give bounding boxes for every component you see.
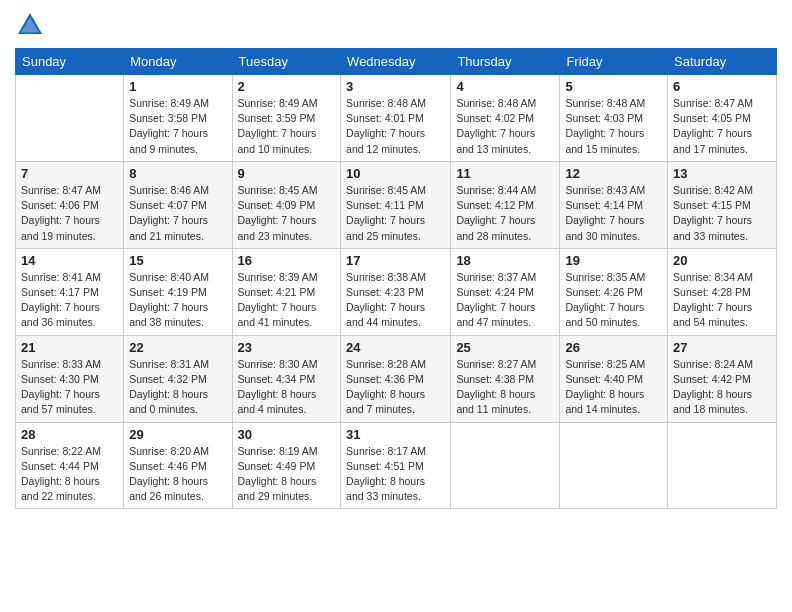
day-info: Sunrise: 8:40 AMSunset: 4:19 PMDaylight:… xyxy=(129,270,226,331)
day-info: Sunrise: 8:30 AMSunset: 4:34 PMDaylight:… xyxy=(238,357,336,418)
day-info: Sunrise: 8:27 AMSunset: 4:38 PMDaylight:… xyxy=(456,357,554,418)
day-number: 3 xyxy=(346,79,445,94)
day-number: 11 xyxy=(456,166,554,181)
day-number: 6 xyxy=(673,79,771,94)
calendar-cell: 15Sunrise: 8:40 AMSunset: 4:19 PMDayligh… xyxy=(124,248,232,335)
day-info: Sunrise: 8:46 AMSunset: 4:07 PMDaylight:… xyxy=(129,183,226,244)
col-header-wednesday: Wednesday xyxy=(341,49,451,75)
calendar-cell: 28Sunrise: 8:22 AMSunset: 4:44 PMDayligh… xyxy=(16,422,124,509)
calendar-cell: 25Sunrise: 8:27 AMSunset: 4:38 PMDayligh… xyxy=(451,335,560,422)
logo-icon xyxy=(15,10,45,40)
calendar-cell: 2Sunrise: 8:49 AMSunset: 3:59 PMDaylight… xyxy=(232,75,341,162)
day-number: 2 xyxy=(238,79,336,94)
day-number: 18 xyxy=(456,253,554,268)
logo xyxy=(15,10,49,40)
calendar-cell: 19Sunrise: 8:35 AMSunset: 4:26 PMDayligh… xyxy=(560,248,668,335)
calendar-cell xyxy=(560,422,668,509)
day-info: Sunrise: 8:45 AMSunset: 4:11 PMDaylight:… xyxy=(346,183,445,244)
day-number: 7 xyxy=(21,166,118,181)
calendar-cell: 9Sunrise: 8:45 AMSunset: 4:09 PMDaylight… xyxy=(232,161,341,248)
day-info: Sunrise: 8:38 AMSunset: 4:23 PMDaylight:… xyxy=(346,270,445,331)
day-number: 22 xyxy=(129,340,226,355)
day-number: 9 xyxy=(238,166,336,181)
day-info: Sunrise: 8:19 AMSunset: 4:49 PMDaylight:… xyxy=(238,444,336,505)
calendar-week-row: 21Sunrise: 8:33 AMSunset: 4:30 PMDayligh… xyxy=(16,335,777,422)
day-number: 13 xyxy=(673,166,771,181)
calendar-cell: 30Sunrise: 8:19 AMSunset: 4:49 PMDayligh… xyxy=(232,422,341,509)
calendar-cell: 5Sunrise: 8:48 AMSunset: 4:03 PMDaylight… xyxy=(560,75,668,162)
page: SundayMondayTuesdayWednesdayThursdayFrid… xyxy=(0,0,792,612)
day-info: Sunrise: 8:49 AMSunset: 3:59 PMDaylight:… xyxy=(238,96,336,157)
calendar-week-row: 1Sunrise: 8:49 AMSunset: 3:58 PMDaylight… xyxy=(16,75,777,162)
day-number: 25 xyxy=(456,340,554,355)
calendar-cell: 14Sunrise: 8:41 AMSunset: 4:17 PMDayligh… xyxy=(16,248,124,335)
calendar-cell: 22Sunrise: 8:31 AMSunset: 4:32 PMDayligh… xyxy=(124,335,232,422)
calendar-cell: 24Sunrise: 8:28 AMSunset: 4:36 PMDayligh… xyxy=(341,335,451,422)
day-number: 14 xyxy=(21,253,118,268)
day-number: 12 xyxy=(565,166,662,181)
day-info: Sunrise: 8:45 AMSunset: 4:09 PMDaylight:… xyxy=(238,183,336,244)
calendar-cell xyxy=(668,422,777,509)
calendar-cell: 31Sunrise: 8:17 AMSunset: 4:51 PMDayligh… xyxy=(341,422,451,509)
calendar-week-row: 14Sunrise: 8:41 AMSunset: 4:17 PMDayligh… xyxy=(16,248,777,335)
calendar-cell xyxy=(451,422,560,509)
calendar-week-row: 28Sunrise: 8:22 AMSunset: 4:44 PMDayligh… xyxy=(16,422,777,509)
calendar-cell: 11Sunrise: 8:44 AMSunset: 4:12 PMDayligh… xyxy=(451,161,560,248)
col-header-monday: Monday xyxy=(124,49,232,75)
day-info: Sunrise: 8:48 AMSunset: 4:02 PMDaylight:… xyxy=(456,96,554,157)
calendar-cell: 23Sunrise: 8:30 AMSunset: 4:34 PMDayligh… xyxy=(232,335,341,422)
day-info: Sunrise: 8:28 AMSunset: 4:36 PMDaylight:… xyxy=(346,357,445,418)
day-info: Sunrise: 8:33 AMSunset: 4:30 PMDaylight:… xyxy=(21,357,118,418)
col-header-tuesday: Tuesday xyxy=(232,49,341,75)
day-info: Sunrise: 8:44 AMSunset: 4:12 PMDaylight:… xyxy=(456,183,554,244)
calendar-week-row: 7Sunrise: 8:47 AMSunset: 4:06 PMDaylight… xyxy=(16,161,777,248)
day-info: Sunrise: 8:25 AMSunset: 4:40 PMDaylight:… xyxy=(565,357,662,418)
day-info: Sunrise: 8:42 AMSunset: 4:15 PMDaylight:… xyxy=(673,183,771,244)
day-number: 27 xyxy=(673,340,771,355)
day-info: Sunrise: 8:24 AMSunset: 4:42 PMDaylight:… xyxy=(673,357,771,418)
calendar-cell: 21Sunrise: 8:33 AMSunset: 4:30 PMDayligh… xyxy=(16,335,124,422)
day-number: 17 xyxy=(346,253,445,268)
day-info: Sunrise: 8:35 AMSunset: 4:26 PMDaylight:… xyxy=(565,270,662,331)
day-number: 19 xyxy=(565,253,662,268)
day-info: Sunrise: 8:34 AMSunset: 4:28 PMDaylight:… xyxy=(673,270,771,331)
day-info: Sunrise: 8:20 AMSunset: 4:46 PMDaylight:… xyxy=(129,444,226,505)
calendar-header-row: SundayMondayTuesdayWednesdayThursdayFrid… xyxy=(16,49,777,75)
day-info: Sunrise: 8:47 AMSunset: 4:06 PMDaylight:… xyxy=(21,183,118,244)
day-info: Sunrise: 8:37 AMSunset: 4:24 PMDaylight:… xyxy=(456,270,554,331)
day-number: 31 xyxy=(346,427,445,442)
day-number: 24 xyxy=(346,340,445,355)
calendar-cell xyxy=(16,75,124,162)
calendar-cell: 3Sunrise: 8:48 AMSunset: 4:01 PMDaylight… xyxy=(341,75,451,162)
calendar-cell: 20Sunrise: 8:34 AMSunset: 4:28 PMDayligh… xyxy=(668,248,777,335)
col-header-friday: Friday xyxy=(560,49,668,75)
day-info: Sunrise: 8:41 AMSunset: 4:17 PMDaylight:… xyxy=(21,270,118,331)
day-info: Sunrise: 8:47 AMSunset: 4:05 PMDaylight:… xyxy=(673,96,771,157)
day-number: 23 xyxy=(238,340,336,355)
day-number: 8 xyxy=(129,166,226,181)
day-number: 15 xyxy=(129,253,226,268)
day-number: 1 xyxy=(129,79,226,94)
calendar-cell: 7Sunrise: 8:47 AMSunset: 4:06 PMDaylight… xyxy=(16,161,124,248)
calendar-cell: 17Sunrise: 8:38 AMSunset: 4:23 PMDayligh… xyxy=(341,248,451,335)
calendar-cell: 6Sunrise: 8:47 AMSunset: 4:05 PMDaylight… xyxy=(668,75,777,162)
day-number: 5 xyxy=(565,79,662,94)
day-info: Sunrise: 8:43 AMSunset: 4:14 PMDaylight:… xyxy=(565,183,662,244)
day-number: 28 xyxy=(21,427,118,442)
day-number: 20 xyxy=(673,253,771,268)
calendar-cell: 27Sunrise: 8:24 AMSunset: 4:42 PMDayligh… xyxy=(668,335,777,422)
calendar-cell: 13Sunrise: 8:42 AMSunset: 4:15 PMDayligh… xyxy=(668,161,777,248)
day-info: Sunrise: 8:39 AMSunset: 4:21 PMDaylight:… xyxy=(238,270,336,331)
col-header-saturday: Saturday xyxy=(668,49,777,75)
calendar-cell: 18Sunrise: 8:37 AMSunset: 4:24 PMDayligh… xyxy=(451,248,560,335)
col-header-sunday: Sunday xyxy=(16,49,124,75)
day-number: 30 xyxy=(238,427,336,442)
calendar-cell: 26Sunrise: 8:25 AMSunset: 4:40 PMDayligh… xyxy=(560,335,668,422)
calendar-cell: 10Sunrise: 8:45 AMSunset: 4:11 PMDayligh… xyxy=(341,161,451,248)
header xyxy=(15,10,777,40)
day-number: 16 xyxy=(238,253,336,268)
calendar-cell: 16Sunrise: 8:39 AMSunset: 4:21 PMDayligh… xyxy=(232,248,341,335)
calendar-cell: 4Sunrise: 8:48 AMSunset: 4:02 PMDaylight… xyxy=(451,75,560,162)
day-number: 29 xyxy=(129,427,226,442)
day-number: 10 xyxy=(346,166,445,181)
